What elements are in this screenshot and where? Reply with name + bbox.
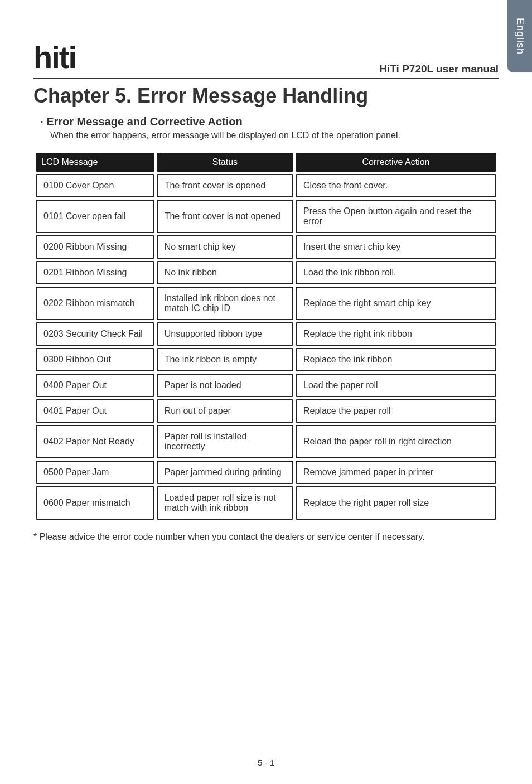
table-row: 0101 Cover open fail The front cover is … xyxy=(36,200,496,233)
table-row: 0500 Paper Jam Paper jammed during print… xyxy=(36,461,496,484)
cell-status: The ink ribbon is empty xyxy=(157,348,293,371)
cell-lcd: 0300 Ribbon Out xyxy=(36,348,154,371)
cell-status: No ink ribbon xyxy=(157,261,293,284)
table-row: 0400 Paper Out Paper is not loaded Load … xyxy=(36,374,496,397)
cell-action: Load the ink ribbon roll. xyxy=(296,261,496,284)
language-tab-label: English xyxy=(514,18,526,55)
cell-status: No smart chip key xyxy=(157,235,293,259)
table-row: 0203 Security Check Fail Unsupported rib… xyxy=(36,322,496,346)
footnote: * Please advice the error code number wh… xyxy=(33,532,499,542)
cell-action: Replace the ink ribbon xyxy=(296,348,496,371)
cell-status: Paper is not loaded xyxy=(157,374,293,397)
manual-title: HiTi P720L user manual xyxy=(379,63,499,75)
cell-lcd: 0101 Cover open fail xyxy=(36,200,154,233)
page-content: hiti HiTi P720L user manual Chapter 5. E… xyxy=(0,0,532,564)
cell-lcd: 0200 Ribbon Missing xyxy=(36,235,154,259)
cell-action: Insert the smart chip key xyxy=(296,235,496,259)
cell-lcd: 0203 Security Check Fail xyxy=(36,322,154,346)
table-header-action: Corrective Action xyxy=(296,153,496,172)
cell-action: Replace the right ink ribbon xyxy=(296,322,496,346)
table-header-lcd: LCD Message xyxy=(36,153,154,172)
cell-status: The front cover is not opened xyxy=(157,200,293,233)
cell-action: Load the paper roll xyxy=(296,374,496,397)
cell-action: Press the Open button again and reset th… xyxy=(296,200,496,233)
cell-status: Installed ink ribbon does not match IC c… xyxy=(157,287,293,320)
cell-action: Close the front cover. xyxy=(296,174,496,197)
cell-lcd: 0401 Paper Out xyxy=(36,399,154,423)
cell-status: Unsupported ribbon type xyxy=(157,322,293,346)
cell-action: Replace the right smart chip key xyxy=(296,287,496,320)
cell-lcd: 0202 Ribbon mismatch xyxy=(36,287,154,320)
brand-logo: hiti xyxy=(33,39,76,75)
section-title-text: Error Message and Corrective Action xyxy=(46,115,243,128)
table-row: 0202 Ribbon mismatch Installed ink ribbo… xyxy=(36,287,496,320)
cell-lcd: 0500 Paper Jam xyxy=(36,461,154,484)
cell-action: Replace the right paper roll size xyxy=(296,486,496,520)
table-row: 0600 Paper mismatch Loaded paper roll si… xyxy=(36,486,496,520)
section-description: When the error happens, error message wi… xyxy=(50,130,499,141)
cell-action: Reload the paper roll in right direction xyxy=(296,425,496,458)
table-header-status: Status xyxy=(157,153,293,172)
cell-action: Replace the paper roll xyxy=(296,399,496,423)
cell-lcd: 0400 Paper Out xyxy=(36,374,154,397)
language-tab: English xyxy=(507,0,532,72)
cell-lcd: 0600 Paper mismatch xyxy=(36,486,154,520)
table-row: 0100 Cover Open The front cover is opene… xyxy=(36,174,496,197)
top-bar: hiti HiTi P720L user manual xyxy=(33,39,499,79)
table-row: 0201 Ribbon Missing No ink ribbon Load t… xyxy=(36,261,496,284)
bullet-icon: · xyxy=(40,115,43,128)
cell-action: Remove jammed paper in printer xyxy=(296,461,496,484)
table-row: 0401 Paper Out Run out of paper Replace … xyxy=(36,399,496,423)
section-title: · Error Message and Corrective Action xyxy=(40,115,499,128)
cell-lcd: 0402 Paper Not Ready xyxy=(36,425,154,458)
cell-status: The front cover is opened xyxy=(157,174,293,197)
cell-status: Run out of paper xyxy=(157,399,293,423)
table-row: 0200 Ribbon Missing No smart chip key In… xyxy=(36,235,496,259)
table-row: 0402 Paper Not Ready Paper roll is insta… xyxy=(36,425,496,458)
cell-lcd: 0201 Ribbon Missing xyxy=(36,261,154,284)
chapter-title: Chapter 5. Error Message Handling xyxy=(33,84,499,108)
page-number: 5 - 1 xyxy=(0,758,532,767)
cell-lcd: 0100 Cover Open xyxy=(36,174,154,197)
error-table: LCD Message Status Corrective Action 010… xyxy=(33,151,499,522)
cell-status: Paper jammed during printing xyxy=(157,461,293,484)
cell-status: Paper roll is installed incorrectly xyxy=(157,425,293,458)
cell-status: Loaded paper roll size is not match with… xyxy=(157,486,293,520)
table-row: 0300 Ribbon Out The ink ribbon is empty … xyxy=(36,348,496,371)
table-header-row: LCD Message Status Corrective Action xyxy=(36,153,496,172)
